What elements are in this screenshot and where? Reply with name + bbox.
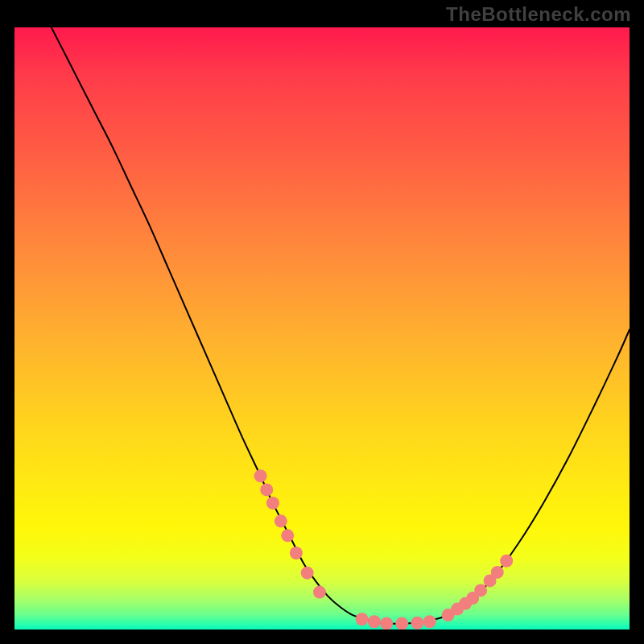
valley-markers-dot xyxy=(423,615,436,628)
valley-markers-dot xyxy=(356,613,369,625)
left-descent-markers-dot xyxy=(266,497,279,510)
marker-group xyxy=(254,469,514,630)
curve-svg xyxy=(14,27,630,630)
left-descent-markers-dot xyxy=(260,483,273,496)
valley-markers-dot xyxy=(411,617,423,630)
left-descent-markers-dot xyxy=(254,469,267,482)
watermark-text: TheBottleneck.com xyxy=(446,3,631,26)
gradient-plot-area xyxy=(14,27,630,630)
right-ascent-markers-dot xyxy=(500,555,513,568)
left-descent-markers-dot xyxy=(275,514,287,527)
right-ascent-markers-dot xyxy=(474,584,487,597)
valley-markers-dot xyxy=(368,615,381,628)
right-ascent-markers-dot xyxy=(491,566,504,579)
chart-frame: TheBottleneck.com xyxy=(0,0,644,644)
left-descent-markers-dot xyxy=(290,547,303,559)
left-descent-markers-dot xyxy=(313,586,326,599)
left-descent-markers-dot xyxy=(301,567,314,580)
valley-markers-dot xyxy=(395,617,408,630)
valley-markers-dot xyxy=(380,617,393,630)
bottleneck-curve xyxy=(52,27,630,624)
left-descent-markers-dot xyxy=(281,529,294,542)
